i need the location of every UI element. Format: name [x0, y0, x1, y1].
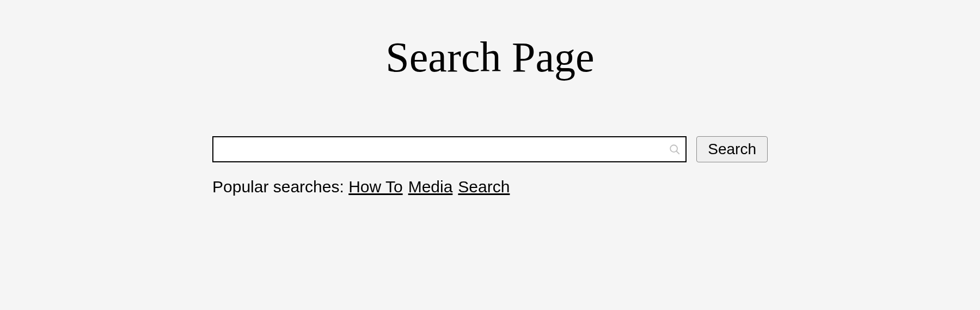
popular-label: Popular searches: [212, 178, 348, 196]
search-icon [664, 137, 685, 161]
popular-link-search[interactable]: Search [458, 178, 510, 196]
popular-searches: Popular searches: How ToMediaSearch [212, 178, 768, 196]
search-container: Search Popular searches: How ToMediaSear… [212, 136, 768, 196]
page-title: Search Page [385, 33, 594, 82]
search-input-wrapper [212, 136, 687, 162]
svg-line-1 [677, 151, 679, 154]
popular-link-media[interactable]: Media [408, 178, 453, 196]
popular-link-how-to[interactable]: How To [348, 178, 403, 196]
search-row: Search [212, 136, 768, 162]
search-button[interactable]: Search [696, 136, 768, 162]
search-input[interactable] [213, 137, 664, 161]
